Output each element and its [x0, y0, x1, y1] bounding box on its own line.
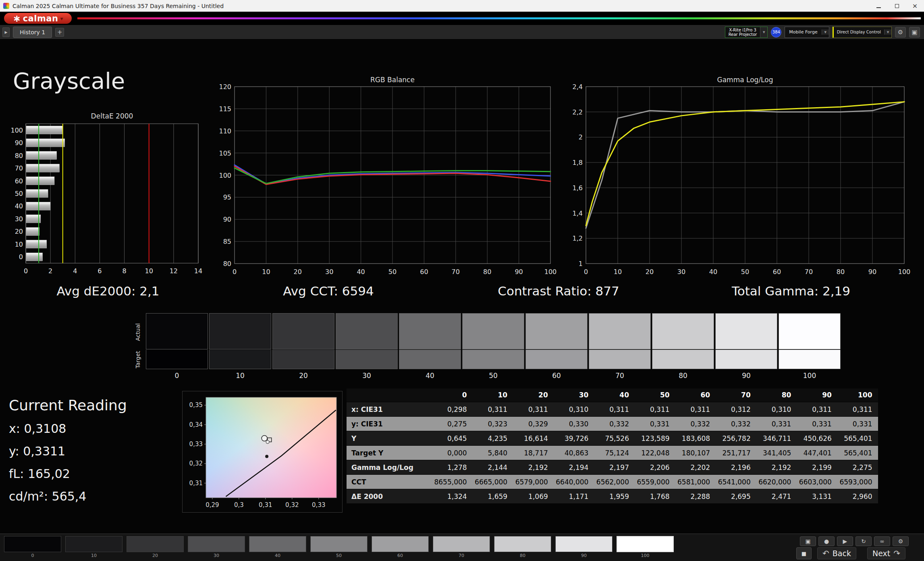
swatch-actual-color [336, 313, 398, 349]
test-patch-90[interactable]: 90 [555, 536, 613, 558]
add-tab-button[interactable]: + [55, 28, 64, 37]
svg-text:0: 0 [584, 268, 588, 276]
table-value-cell: 6640,000 [554, 474, 594, 489]
swatch-target-color [146, 350, 208, 369]
gear-icon[interactable]: ⚙ [895, 27, 906, 37]
next-button[interactable]: Next ↷ [867, 547, 905, 559]
test-patch-0[interactable]: 0 [4, 536, 61, 558]
patch-color [555, 536, 613, 552]
close-button[interactable]: × [906, 0, 924, 12]
table-column-header: 10 [473, 389, 513, 402]
tab-history-1[interactable]: History 1 [13, 27, 52, 38]
grayscale-swatch-40: 40 [399, 313, 461, 380]
play-icon[interactable]: ▶ [837, 536, 853, 546]
table-value-cell: 2,288 [675, 489, 716, 503]
history-expand-button[interactable]: ▶ [2, 27, 10, 37]
camera-icon[interactable]: ▣ [800, 536, 816, 546]
rainbow-gradient-bar [77, 17, 921, 19]
svg-text:30: 30 [677, 268, 685, 276]
meter-status-badge: 384 [771, 27, 781, 37]
table-value-cell: 0,331 [635, 416, 675, 431]
table-value-cell: 75,526 [594, 431, 635, 445]
test-patch-50[interactable]: 50 [310, 536, 368, 558]
test-patch-100[interactable]: 100 [617, 536, 674, 558]
swatch-target-color [272, 350, 334, 369]
gear-icon[interactable]: ⚙ [893, 536, 909, 546]
table-value-cell: 8655,000 [432, 474, 473, 489]
table-value-cell: 40,863 [554, 445, 594, 460]
display-control-select[interactable]: Direct Display Control ▾ [833, 27, 892, 38]
table-column-header: 0 [432, 389, 473, 402]
chevron-down-icon: ▾ [60, 15, 63, 22]
window-title: Calman 2025 Calman Ultimate for Business… [12, 3, 224, 9]
svg-text:6: 6 [98, 267, 102, 275]
table-value-cell: 0,311 [797, 402, 837, 416]
source-select[interactable]: Mobile Forge ▾ [785, 27, 829, 38]
back-button[interactable]: ↶ Back [817, 547, 856, 559]
table-row-label: Gamma Log/Log [347, 460, 432, 474]
record-icon[interactable]: ● [818, 536, 835, 546]
swatch-level-label: 100 [779, 372, 841, 380]
table-value-cell: 123,589 [635, 431, 675, 445]
svg-text:100: 100 [219, 172, 231, 179]
svg-text:50: 50 [15, 190, 23, 197]
svg-text:90: 90 [515, 268, 523, 276]
meter-name: X-Rite i1Pro 3 [729, 28, 757, 32]
svg-text:0,34: 0,34 [189, 421, 203, 428]
table-value-cell: 0,332 [675, 416, 716, 431]
grayscale-swatch-strip: 0102030405060708090100 [146, 313, 841, 380]
patch-level-label: 40 [249, 553, 306, 558]
table-value-cell: 1,959 [594, 489, 635, 503]
svg-text:95: 95 [223, 193, 231, 201]
svg-text:20: 20 [15, 228, 23, 235]
infinity-icon[interactable]: ∞ [874, 536, 890, 546]
svg-text:100: 100 [10, 127, 23, 134]
panel-toggle-icon[interactable]: ▣ [909, 27, 920, 37]
table-value-cell: 450,626 [797, 431, 837, 445]
swatch-actual-color [209, 313, 271, 349]
cie-xy-chart: 0,350,340,330,320,310,290,30,310,320,33 [183, 391, 343, 513]
rgb-balance-chart: RGB Balance80859095100105110115120010203… [210, 73, 564, 280]
test-patch-30[interactable]: 30 [188, 536, 245, 558]
table-value-cell: 122,048 [635, 445, 675, 460]
calman-menu-button[interactable]: ∗ calman ▾ [4, 13, 72, 24]
maximize-button[interactable] [888, 0, 906, 12]
stop-button[interactable]: ■ [796, 547, 812, 559]
test-patch-20[interactable]: 20 [127, 536, 184, 558]
test-patch-80[interactable]: 80 [494, 536, 551, 558]
meter-mode: Rear Projector [729, 32, 757, 37]
table-value-cell: 6541,000 [716, 474, 756, 489]
table-column-header: 30 [554, 389, 594, 402]
target-row-label: Target [135, 350, 143, 370]
svg-text:40: 40 [357, 268, 365, 276]
svg-text:60: 60 [420, 268, 428, 276]
svg-text:80: 80 [837, 268, 845, 276]
swatch-level-label: 10 [209, 372, 271, 380]
table-value-cell: 2,196 [716, 460, 756, 474]
test-patch-40[interactable]: 40 [249, 536, 306, 558]
svg-text:30: 30 [15, 215, 23, 223]
calman-window: Calman 2025 Calman Ultimate for Business… [0, 0, 924, 561]
table-value-cell: 6620,000 [756, 474, 797, 489]
titlebar: Calman 2025 Calman Ultimate for Business… [0, 0, 924, 12]
svg-text:90: 90 [15, 139, 23, 147]
table-value-cell: 0,323 [473, 416, 513, 431]
patch-color [617, 536, 674, 552]
swatch-actual-color [589, 313, 651, 349]
minimize-button[interactable] [870, 0, 888, 12]
grayscale-swatch-60: 60 [525, 313, 588, 380]
chevron-down-icon: ▾ [822, 29, 829, 35]
svg-text:1,8: 1,8 [573, 159, 583, 166]
meter-select[interactable]: X-Rite i1Pro 3 Rear Projector ▾ [725, 27, 768, 38]
logo-bar: ∗ calman ▾ [0, 12, 924, 25]
test-patch-60[interactable]: 60 [372, 536, 429, 558]
repeat-icon[interactable]: ↻ [855, 536, 872, 546]
maximize-icon [895, 4, 899, 8]
table-value-cell: 0,298 [432, 402, 473, 416]
table-value-cell: 75,124 [594, 445, 635, 460]
svg-text:0,33: 0,33 [189, 440, 203, 448]
table-value-cell: 0,311 [473, 402, 513, 416]
test-patch-10[interactable]: 10 [65, 536, 123, 558]
test-patch-70[interactable]: 70 [433, 536, 490, 558]
patch-level-label: 80 [494, 553, 551, 558]
